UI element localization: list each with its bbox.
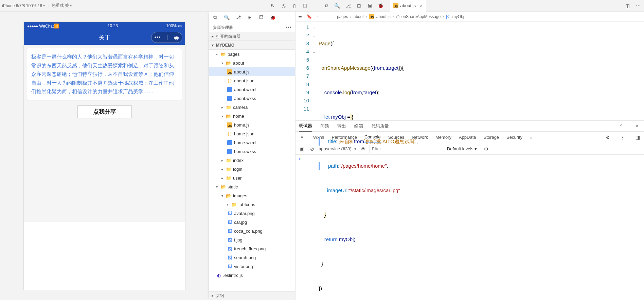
search-icon[interactable]: 🔍 [334,2,341,10]
tab-terminal[interactable]: 终端 [354,123,363,129]
phone-title: 关于 [99,34,110,41]
git-icon[interactable]: ⎇ [344,2,352,10]
refresh-icon[interactable]: ↻ [269,2,276,10]
file-car[interactable]: 🖼car.jpg [209,218,295,227]
mockup-icon[interactable]: ❐ [302,2,309,10]
tab-debugger[interactable]: 调试器 [299,121,312,132]
inspect-icon[interactable]: ⌖ [298,134,306,141]
chevron-up-icon[interactable]: ⌃ [618,122,625,130]
capsule-menu[interactable]: ••• | ◉ [151,32,182,43]
sidebar-toggle-icon[interactable]: ▣ [298,145,306,153]
wifi-icon: 📶 [54,23,59,29]
forward-icon[interactable]: → [325,14,329,19]
file-french[interactable]: 🖼french_fires.png [209,244,295,253]
save-icon[interactable]: 🖫 [257,14,265,21]
git-icon[interactable]: ⎇ [234,14,242,21]
bug2-icon[interactable]: 🐞 [269,14,276,21]
bookmark-icon[interactable]: 🔖 [307,14,312,19]
tab-appdata[interactable]: AppData [459,135,476,140]
device-icon[interactable]: ▯ [291,2,298,10]
code-editor[interactable]: 1234567891011 ⌄⌄⌄ Page({ onShareAppMessa… [296,22,644,120]
phone-time: 10:23 [108,23,118,28]
editor-column: ☰ 🔖 ← → pages› about› JSabout.js› ⬡onSha… [296,12,644,300]
settings-icon[interactable]: ⚙ [482,145,490,153]
file-about-json[interactable]: { }about.json [209,76,295,85]
menu-icon[interactable]: ••• [155,34,161,41]
tab-quality[interactable]: 代码质量 [371,123,389,129]
tab-issues[interactable]: 问题 [320,123,329,129]
ext-icon[interactable]: ⊞ [246,14,253,21]
folder-static[interactable]: ▾📂static [209,182,295,191]
tab-network[interactable]: Network [412,135,428,140]
bug-icon[interactable]: 🐞 [377,2,384,10]
hot-reload-toggle[interactable]: 热重载 关 [52,3,72,9]
folder-user[interactable]: ▸📁user [209,173,295,182]
tab-output[interactable]: 输出 [337,123,346,129]
tab-security[interactable]: Security [506,135,522,140]
back-icon[interactable]: ← [317,14,321,19]
folder-images[interactable]: ▾📂images [209,191,295,200]
tab-storage[interactable]: Storage [484,135,499,140]
more-icon[interactable]: ⋯ [634,2,642,10]
file-coca[interactable]: 🖼coca_cola.png [209,227,295,235]
fold-gutter[interactable]: ⌄⌄⌄ [312,22,319,120]
phone-frame: WeChat📶 10:23 100%▭ 关于 ••• | ◉ 极客是一群什么样的… [24,22,185,290]
file-search[interactable]: 🖼search.png [209,253,295,262]
list-icon[interactable]: ☰ [298,14,302,19]
about-text: 极客是一群什么样的人？他们大智若愚而富有科学精神，对一切常识的东西天然反感；他们… [27,48,182,100]
file-avatar[interactable]: 🖼avatar.png [209,209,295,218]
folder-tabicons[interactable]: ▸📁tabIcons [209,200,295,209]
file-home-wxml[interactable]: home.wxml [209,138,295,147]
close-icon[interactable]: × [420,3,423,9]
file-home-wxss[interactable]: home.wxss [209,147,295,156]
share-button[interactable]: 点我分享 [77,105,132,118]
stop-icon[interactable]: ◎ [280,2,287,10]
folder-index[interactable]: ▸📁index [209,156,295,165]
search-icon[interactable]: 🔍 [223,14,230,21]
folder-home[interactable]: ▾📂home [209,112,295,120]
tab-performance[interactable]: Performance [332,135,357,140]
open-editors-header[interactable]: ▸打开的编辑器 [209,32,295,41]
folder-camera[interactable]: ▸📁camera [209,103,295,112]
split-editor-icon[interactable]: ◫ [624,2,631,10]
gear-icon[interactable]: ⚙ [604,134,611,141]
file-eslint[interactable]: ◐.eslintrc.js [209,271,295,280]
file-about-js[interactable]: JSabout.js [209,67,295,76]
phone-body: 极客是一群什么样的人？他们大智若愚而富有科学精神，对一切常识的东西天然反感；他们… [24,45,185,222]
file-f[interactable]: 🖼f.jpg [209,235,295,244]
file-about-wxss[interactable]: about.wxss [209,94,295,103]
file-about-wxml[interactable]: about.wxml [209,85,295,94]
file-vistor[interactable]: 🖼vistor.png [209,262,295,271]
tab-memory[interactable]: Memory [435,135,451,140]
explorer-more-icon[interactable]: ••• [285,25,292,30]
device-select[interactable]: iPhone 6/7/8 100% 16 [2,3,45,8]
clear-console-icon[interactable]: ⊘ [308,145,316,153]
breadcrumb[interactable]: ☰ 🔖 ← → pages› about› JSabout.js› ⬡onSha… [296,12,644,22]
outline-header[interactable]: ▸大纲 [209,291,295,300]
files-icon[interactable]: ⧉ [323,2,330,10]
dock-icon[interactable]: ◨ [634,134,641,141]
file-home-js[interactable]: JShome.js [209,120,295,129]
filter-input[interactable] [370,145,444,153]
kebab-icon[interactable]: ⋮ [619,134,626,141]
close-panel-icon[interactable]: × [633,122,641,130]
code-lines[interactable]: Page({ onShareAppMessage({from,target}){… [319,22,644,120]
context-select[interactable]: appservice (#33) [319,146,352,151]
file-home-json[interactable]: { }home.json [209,129,295,138]
console-body[interactable]: › [296,155,644,300]
editor-tab[interactable]: JS about.js × [390,0,427,12]
levels-select[interactable]: Default levels ▾ [447,146,477,151]
tab-wxml[interactable]: Wxml [313,135,324,140]
target-icon[interactable]: ◉ [174,34,179,41]
project-header[interactable]: ▾MYDEMO [209,41,295,50]
tab-sources[interactable]: Sources [388,135,405,140]
extensions-icon[interactable]: ⊞ [355,2,363,10]
folder-login[interactable]: ▸📁login [209,165,295,173]
tab-console[interactable]: Console [364,132,381,143]
eye-icon[interactable]: 👁 [359,145,367,153]
tab-more-icon[interactable]: » [530,135,532,140]
save-icon[interactable]: 🖫 [366,2,374,10]
folder-pages[interactable]: ▾📂pages [209,50,295,59]
folder-about[interactable]: ▾📂about [209,59,295,67]
files-icon[interactable]: ⧉ [211,14,219,21]
